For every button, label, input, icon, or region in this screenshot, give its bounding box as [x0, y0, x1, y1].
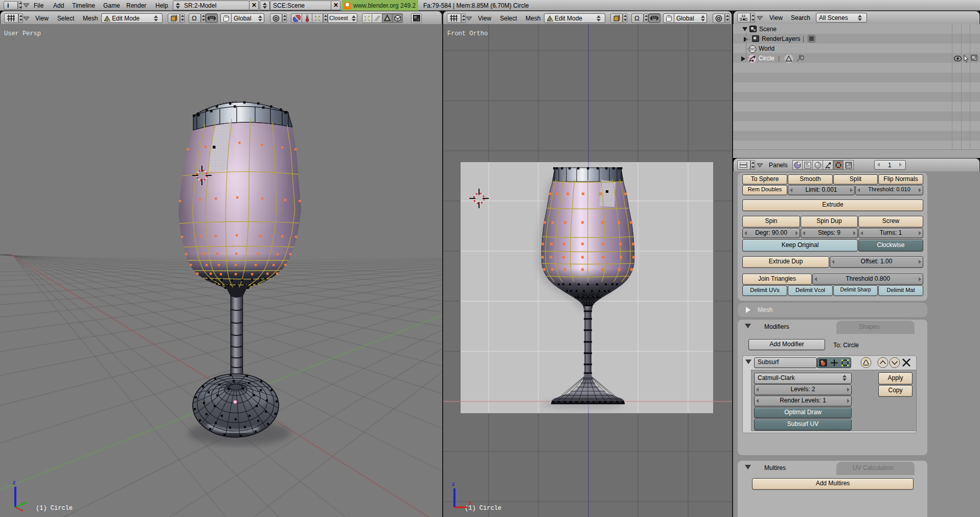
svg-text:z: z	[452, 481, 455, 487]
svg-text:(1) Circle: (1) Circle	[465, 505, 502, 512]
svg-text:z: z	[13, 479, 16, 485]
svg-text:User Persp: User Persp	[4, 30, 41, 37]
svg-text:x: x	[469, 500, 472, 506]
svg-text:Front Ortho: Front Ortho	[447, 30, 488, 37]
svg-text:(1) Circle: (1) Circle	[36, 505, 73, 512]
